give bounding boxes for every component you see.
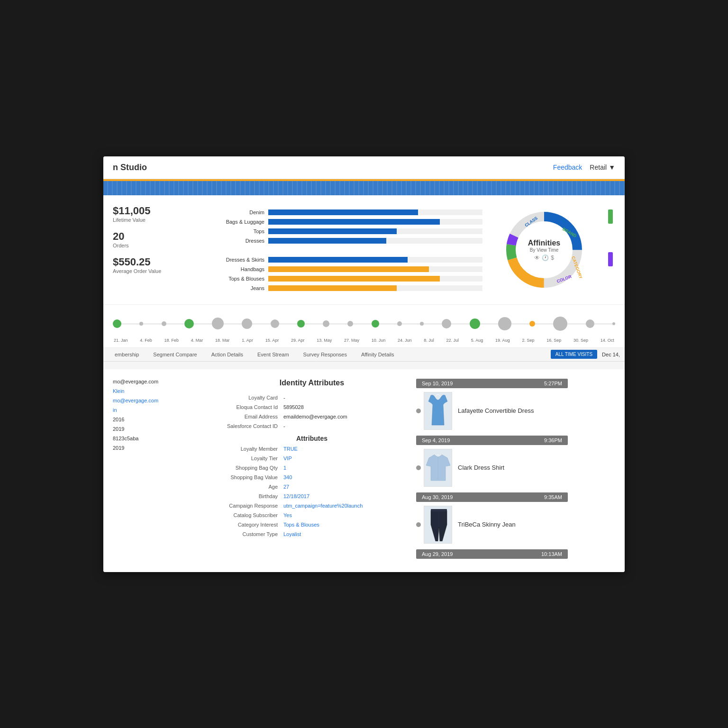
app-title: n Studio bbox=[113, 163, 147, 173]
bubble-19[interactable] bbox=[586, 319, 594, 328]
lifetime-value-label: Lifetime Value bbox=[113, 217, 198, 223]
dollar-icon[interactable]: $ bbox=[551, 254, 554, 261]
attr-val-0[interactable]: TRUE bbox=[283, 446, 298, 452]
bubble-1[interactable] bbox=[113, 319, 121, 328]
attr-key-3: Shopping Bag Value bbox=[217, 474, 283, 480]
legend-purple bbox=[608, 252, 613, 266]
event-date-header-0: Sep 10, 2019 5:27PM bbox=[416, 379, 568, 388]
bubble-8[interactable] bbox=[297, 320, 305, 328]
affinity-bar-handbags bbox=[268, 266, 482, 272]
event-image-1 bbox=[424, 449, 452, 487]
bubble-2[interactable] bbox=[139, 322, 143, 326]
affinity-row-dresses-skirts: Dresses & Skirts bbox=[217, 257, 482, 263]
bubble-4[interactable] bbox=[184, 319, 194, 328]
attr-val-4[interactable]: 27 bbox=[283, 484, 289, 490]
left-link-in: in bbox=[113, 407, 208, 413]
klein-link[interactable]: Klein bbox=[113, 388, 124, 394]
in-link[interactable]: in bbox=[113, 407, 117, 413]
event-name-2[interactable]: TriBeCa Skinny Jean bbox=[458, 521, 516, 528]
identity-row-sf: Salesforce Contact ID - bbox=[217, 423, 407, 429]
event-date-header-2: Aug 30, 2019 9:35AM bbox=[416, 492, 568, 502]
timeline-labels: 21. Jan 4. Feb 18. Feb 4. Mar 18. Mar 1.… bbox=[113, 338, 615, 343]
event-date-3: Aug 29, 2019 bbox=[422, 551, 453, 557]
tab-membership[interactable]: embership bbox=[108, 348, 146, 361]
affinity-bar-tops-blouses bbox=[268, 276, 482, 282]
bubble-12[interactable] bbox=[397, 321, 402, 326]
event-name-1[interactable]: Clark Dress Shirt bbox=[458, 464, 504, 471]
left-email-1: mo@evergage.com bbox=[113, 379, 208, 384]
feedback-link[interactable]: Feedback bbox=[553, 164, 582, 171]
affinity-bar-tops bbox=[268, 228, 482, 234]
email-2-link[interactable]: mo@evergage.com bbox=[113, 398, 158, 403]
loyalty-card-val: - bbox=[283, 395, 285, 400]
timeline-label-13: 8. Jul bbox=[424, 338, 434, 343]
identity-row-loyalty-card: Loyalty Card - bbox=[217, 395, 407, 400]
event-time-0: 5:27PM bbox=[544, 381, 562, 386]
bubble-10[interactable] bbox=[347, 321, 353, 327]
bubble-15[interactable] bbox=[470, 318, 480, 329]
attr-val-2[interactable]: 1 bbox=[283, 465, 286, 471]
attr-val-6[interactable]: utm_campaign=feature%20launch bbox=[283, 503, 363, 509]
identity-row-email: Email Address emaildemo@evergage.com bbox=[217, 414, 407, 419]
attr-val-1[interactable]: VIP bbox=[283, 455, 292, 461]
bubble-16[interactable] bbox=[498, 317, 511, 330]
timeline-label-18: 16. Sep bbox=[546, 338, 561, 343]
bubble-7[interactable] bbox=[271, 319, 279, 328]
timeline-label-3: 18. Feb bbox=[164, 338, 179, 343]
bubble-9[interactable] bbox=[323, 320, 329, 327]
timeline-label-9: 13. May bbox=[317, 338, 332, 343]
sf-val: - bbox=[283, 423, 285, 429]
chevron-down-icon: ▼ bbox=[609, 164, 615, 171]
affinity-chart-column: CLASS BRAND CATEGORY COLOR Affinities By… bbox=[492, 205, 596, 295]
bubble-17[interactable] bbox=[529, 321, 535, 327]
identity-panel: Identity Attributes Loyalty Card - Eloqu… bbox=[217, 379, 407, 563]
top-section: $11,005 Lifetime Value 20 Orders $550.25… bbox=[103, 195, 625, 305]
event-name-0[interactable]: Lafayette Convertible Dress bbox=[458, 407, 534, 414]
timeline-label-10: 27. May bbox=[344, 338, 359, 343]
bubble-18[interactable] bbox=[553, 317, 567, 331]
eye-icon[interactable]: 👁 bbox=[534, 254, 540, 261]
clock-icon[interactable]: 🕐 bbox=[542, 254, 549, 261]
tab-event-stream[interactable]: Event Stream bbox=[251, 348, 296, 361]
bubble-14[interactable] bbox=[442, 319, 451, 328]
bubble-5[interactable] bbox=[212, 318, 224, 329]
timeline-track bbox=[113, 309, 615, 338]
retail-dropdown[interactable]: Retail ▼ bbox=[590, 164, 615, 171]
affinity-label-dresses: Dresses bbox=[217, 238, 264, 244]
attr-row-3: Shopping Bag Value 340 bbox=[217, 474, 407, 480]
tab-segment-compare[interactable]: Segment Compare bbox=[146, 348, 203, 361]
eloqua-key: Eloqua Contact Id bbox=[217, 404, 283, 410]
left-year-1: 2016 bbox=[113, 417, 208, 422]
attr-val-8[interactable]: Tops & Blouses bbox=[283, 522, 319, 528]
sf-key: Salesforce Contact ID bbox=[217, 423, 283, 429]
blue-pattern-bar bbox=[103, 181, 625, 195]
affinity-bar-dresses bbox=[268, 238, 482, 244]
attr-val-7[interactable]: Yes bbox=[283, 512, 292, 518]
screen-wrapper: n Studio Feedback Retail ▼ $11,005 Lifet… bbox=[103, 156, 625, 572]
attr-val-3[interactable]: 340 bbox=[283, 474, 292, 480]
affinity-row-tops: Tops bbox=[217, 228, 482, 234]
tab-survey-responses[interactable]: Survey Responses bbox=[297, 348, 354, 361]
attr-val-5[interactable]: 12/18/2017 bbox=[283, 493, 309, 499]
bubble-13[interactable] bbox=[420, 322, 424, 326]
event-date-2: Aug 30, 2019 bbox=[422, 494, 453, 500]
tab-action-details[interactable]: Action Details bbox=[205, 348, 250, 361]
all-time-visits-button[interactable]: ALL TIME VISITS bbox=[551, 350, 597, 359]
event-dot-0 bbox=[416, 409, 421, 413]
event-item-2: TriBeCa Skinny Jean bbox=[416, 506, 568, 544]
timeline-label-7: 15. Apr bbox=[265, 338, 279, 343]
bubble-6[interactable] bbox=[242, 318, 252, 329]
bubble-11[interactable] bbox=[372, 320, 379, 328]
timeline-label-1: 21. Jan bbox=[114, 338, 128, 343]
avg-order-label: Average Order Value bbox=[113, 268, 198, 274]
affinity-bar-jeans bbox=[268, 285, 482, 291]
orders-value: 20 bbox=[113, 230, 198, 243]
event-date-header-3: Aug 29, 2019 10:13AM bbox=[416, 549, 568, 559]
attr-row-6: Campaign Response utm_campaign=feature%2… bbox=[217, 503, 407, 509]
attr-val-9[interactable]: Loyalist bbox=[283, 531, 301, 537]
bubble-20[interactable] bbox=[612, 322, 615, 325]
affinity-row-bags: Bags & Luggage bbox=[217, 219, 482, 225]
tab-affinity-details[interactable]: Affinity Details bbox=[355, 348, 401, 361]
bubble-3[interactable] bbox=[162, 321, 166, 326]
timeline-label-16: 19. Aug bbox=[495, 338, 510, 343]
